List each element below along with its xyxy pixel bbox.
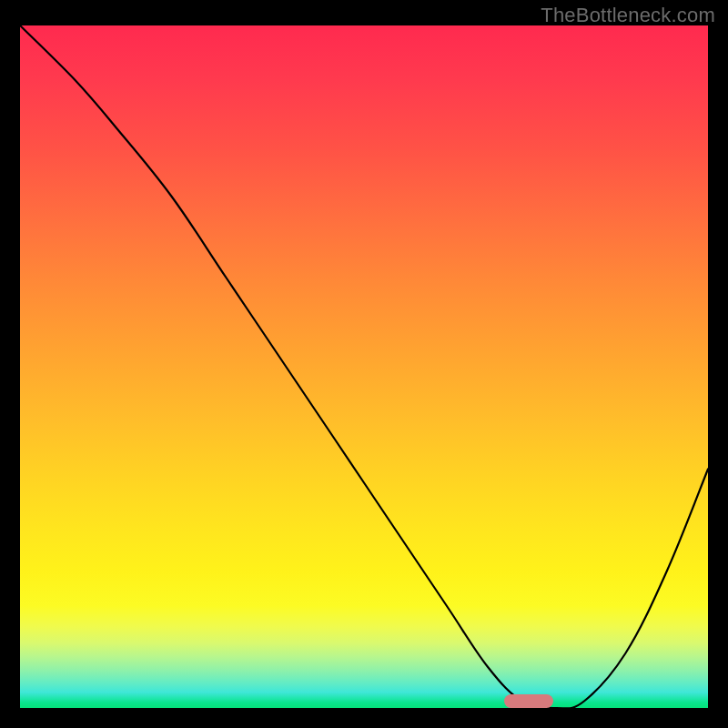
watermark-text: TheBottleneck.com — [541, 4, 715, 27]
bottleneck-curve — [20, 25, 708, 708]
optimal-range-marker — [504, 694, 553, 708]
curve-path — [20, 25, 708, 708]
chart-frame: TheBottleneck.com — [0, 0, 728, 728]
plot-area — [20, 25, 708, 708]
